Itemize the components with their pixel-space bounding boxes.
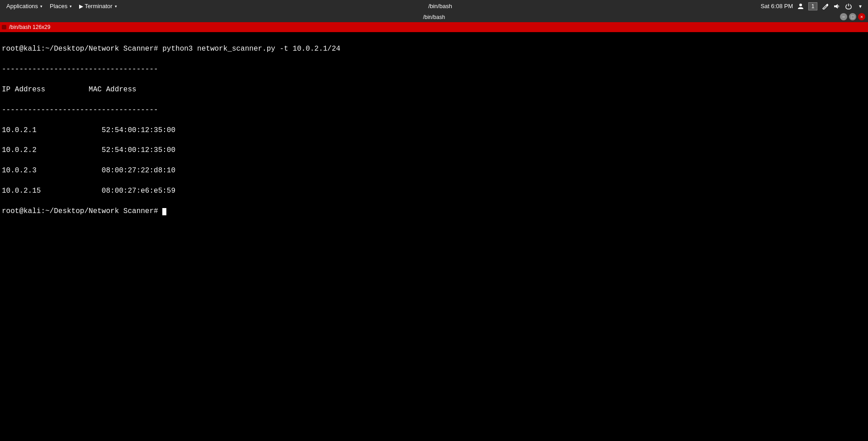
table-row: 10.0.2.2 52:54:00:12:35:00 — [2, 145, 866, 155]
prompt-final: root@kali:~/Desktop/Network Scanner# — [2, 206, 866, 216]
places-menu[interactable]: Places ▾ — [47, 2, 75, 10]
system-bar-right: Sat 6:08 PM 1 ▾ — [760, 2, 864, 10]
tab-label: /bin/bash 126x29 — [9, 24, 50, 30]
svg-marker-1 — [834, 4, 838, 9]
terminal-window: /bin/bash − □ × /bin/bash 126x29 root@ka… — [0, 12, 868, 441]
applications-menu[interactable]: Applications ▾ — [4, 2, 45, 10]
power-icon — [844, 2, 853, 10]
window-title: /bin/bash — [423, 14, 445, 20]
tab-dot — [2, 25, 6, 29]
datetime: Sat 6:08 PM — [760, 3, 793, 9]
terminator-icon: ▶ — [79, 3, 83, 9]
speaker-icon — [833, 2, 841, 10]
terminal-content[interactable]: root@kali:~/Desktop/Network Scanner# pyt… — [0, 32, 868, 441]
places-arrow: ▾ — [70, 4, 72, 9]
table-row: 10.0.2.15 08:00:27:e6:e5:59 — [2, 186, 866, 196]
minimize-button[interactable]: − — [840, 13, 847, 20]
pencil-icon — [821, 2, 829, 10]
cursor — [162, 208, 166, 215]
terminator-menu[interactable]: ▶ Terminator ▾ — [76, 2, 119, 10]
maximize-button[interactable]: □ — [849, 13, 856, 20]
table-row: 10.0.2.1 52:54:00:12:35:00 — [2, 125, 866, 135]
applications-arrow: ▾ — [40, 4, 42, 9]
separator2: ------------------------------------ — [2, 105, 866, 115]
settings-icon: ▾ — [856, 2, 864, 10]
table-row: 10.0.2.3 08:00:27:22:d8:10 — [2, 166, 866, 175]
tab-bar: /bin/bash 126x29 — [0, 22, 868, 32]
separator1: ------------------------------------ — [2, 64, 866, 74]
system-bar: Applications ▾ Places ▾ ▶ Terminator ▾ /… — [0, 0, 868, 12]
person-icon — [797, 2, 805, 10]
terminator-arrow: ▾ — [115, 4, 117, 9]
applications-label: Applications — [6, 3, 38, 9]
window-controls: − □ × — [840, 13, 865, 20]
svg-point-0 — [799, 4, 802, 6]
sysbar-title: /bin/bash — [428, 3, 452, 9]
title-bar: /bin/bash − □ × — [0, 12, 868, 22]
system-bar-left: Applications ▾ Places ▾ ▶ Terminator ▾ — [4, 2, 120, 10]
close-button[interactable]: × — [858, 13, 865, 20]
terminator-label: Terminator — [85, 3, 112, 9]
places-label: Places — [50, 3, 67, 9]
table-header: IP Address MAC Address — [2, 85, 866, 95]
command-line: root@kali:~/Desktop/Network Scanner# pyt… — [2, 44, 866, 54]
num-box: 1 — [808, 2, 817, 10]
